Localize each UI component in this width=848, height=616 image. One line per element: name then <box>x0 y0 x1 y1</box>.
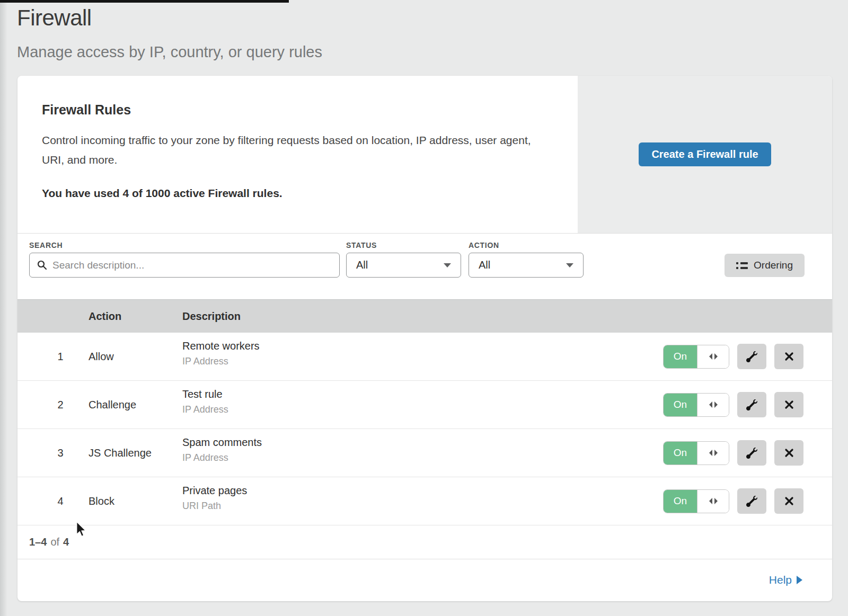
pagination-of: of <box>50 536 59 548</box>
rule-priority: 1 <box>52 351 68 363</box>
caret-down-icon <box>444 263 451 267</box>
right-triangle-icon <box>797 576 802 584</box>
rule-action: JS Challenge <box>89 447 152 459</box>
ordering-button-label: Ordering <box>754 260 793 271</box>
rules-description: Control incoming traffic to your zone by… <box>42 130 543 169</box>
column-header-action: Action <box>89 310 121 323</box>
pagination-total: 4 <box>63 536 69 548</box>
rules-intro-section: Firewall Rules Control incoming traffic … <box>17 76 832 234</box>
toggle-on-label: On <box>664 442 697 465</box>
search-label: SEARCH <box>29 241 63 249</box>
ordering-button[interactable]: Ordering <box>725 254 805 277</box>
table-row: 2 Challenge Test rule IP Address On <box>17 381 832 429</box>
rule-field-type: IP Address <box>182 356 260 367</box>
rule-field-type: IP Address <box>182 452 262 463</box>
rules-intro-text: Firewall Rules Control incoming traffic … <box>17 76 578 233</box>
delete-rule-button[interactable] <box>774 392 803 417</box>
rule-action: Challenge <box>89 399 136 411</box>
edit-rule-button[interactable] <box>737 344 766 369</box>
rule-description: Spam comments IP Address <box>182 436 262 463</box>
delete-rule-button[interactable] <box>774 488 803 514</box>
edit-rule-button[interactable] <box>737 488 766 514</box>
delete-rule-button[interactable] <box>774 440 803 466</box>
search-box[interactable] <box>29 253 340 278</box>
table-row: 1 Allow Remote workers IP Address On <box>17 333 832 381</box>
page-header: Firewall Manage access by IP, country, o… <box>0 0 848 61</box>
toggle-on-label: On <box>664 345 697 368</box>
firewall-rules-card: Firewall Rules Control incoming traffic … <box>17 76 832 601</box>
table-row: 4 Block Private pages URI Path On <box>17 477 832 525</box>
rule-description-title: Spam comments <box>182 436 262 449</box>
column-header-description: Description <box>182 310 241 323</box>
x-icon <box>784 496 794 506</box>
rule-enabled-toggle[interactable]: On <box>663 345 729 369</box>
card-footer: Help <box>17 559 832 600</box>
left-right-arrows-icon <box>697 442 729 465</box>
delete-rule-button[interactable] <box>774 344 803 369</box>
window-edge-left <box>0 0 7 616</box>
wrench-icon <box>746 448 757 459</box>
create-firewall-rule-button[interactable]: Create a Firewall rule <box>639 142 771 166</box>
rule-action: Block <box>89 495 114 507</box>
rule-action: Allow <box>89 351 114 363</box>
rule-priority: 4 <box>52 495 68 507</box>
filters-bar: SEARCH STATUS All ACTION All Ordering <box>17 234 832 299</box>
left-right-arrows-icon <box>697 394 729 416</box>
rule-description: Remote workers IP Address <box>182 340 260 367</box>
row-controls: On <box>663 488 803 514</box>
rule-description: Private pages URI Path <box>182 485 247 512</box>
search-icon <box>37 260 47 270</box>
create-rule-panel: Create a Firewall rule <box>578 76 832 233</box>
row-controls: On <box>663 344 803 369</box>
status-selected-value: All <box>356 259 368 271</box>
x-icon <box>784 400 794 409</box>
left-right-arrows-icon <box>697 490 729 513</box>
page-subtitle: Manage access by IP, country, or query r… <box>17 43 848 61</box>
toggle-on-label: On <box>664 394 697 416</box>
action-selected-value: All <box>479 259 490 271</box>
wrench-icon <box>746 496 757 507</box>
status-label: STATUS <box>346 241 377 249</box>
rule-description-title: Private pages <box>182 485 247 497</box>
x-icon <box>784 448 794 458</box>
edit-rule-button[interactable] <box>737 392 766 417</box>
rule-field-type: IP Address <box>182 404 228 415</box>
help-link[interactable]: Help <box>769 574 802 586</box>
rule-field-type: URI Path <box>182 501 247 512</box>
action-select[interactable]: All <box>469 253 584 278</box>
rule-description-title: Test rule <box>182 388 228 400</box>
action-label: ACTION <box>469 241 499 249</box>
rule-description-title: Remote workers <box>182 340 260 352</box>
pagination-bar: 1–4 of 4 <box>17 525 832 559</box>
table-row: 3 JS Challenge Spam comments IP Address … <box>17 429 832 477</box>
page-title: Firewall <box>17 5 848 31</box>
rules-usage-note: You have used 4 of 1000 active Firewall … <box>42 187 556 200</box>
toggle-on-label: On <box>664 490 697 513</box>
edit-rule-button[interactable] <box>737 440 766 466</box>
window-edge-top <box>0 0 289 3</box>
help-link-label: Help <box>769 574 792 586</box>
rule-enabled-toggle[interactable]: On <box>663 489 729 513</box>
table-header: Action Description <box>17 299 832 333</box>
rule-priority: 3 <box>52 447 68 459</box>
status-select[interactable]: All <box>346 253 461 278</box>
wrench-icon <box>746 399 757 410</box>
row-controls: On <box>663 440 803 466</box>
x-icon <box>784 352 794 361</box>
wrench-icon <box>746 351 757 362</box>
rules-heading: Firewall Rules <box>42 102 556 118</box>
rule-description: Test rule IP Address <box>182 388 228 415</box>
rule-enabled-toggle[interactable]: On <box>663 393 729 417</box>
pagination-range: 1–4 <box>29 536 47 548</box>
list-icon <box>736 262 748 269</box>
caret-down-icon <box>566 263 573 267</box>
search-input[interactable] <box>52 260 332 271</box>
rule-priority: 2 <box>52 399 68 411</box>
left-right-arrows-icon <box>697 345 729 368</box>
rule-enabled-toggle[interactable]: On <box>663 441 729 465</box>
row-controls: On <box>663 392 803 417</box>
